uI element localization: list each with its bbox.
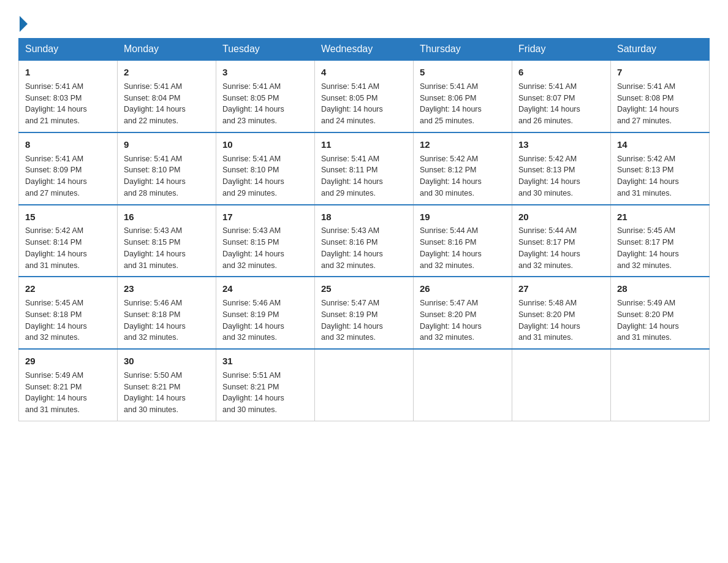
day-number: 18 bbox=[321, 210, 407, 224]
day-number: 25 bbox=[321, 282, 407, 296]
day-info: Sunrise: 5:41 AMSunset: 8:10 PMDaylight:… bbox=[222, 153, 308, 199]
calendar-cell: 25Sunrise: 5:47 AMSunset: 8:19 PMDayligh… bbox=[315, 277, 414, 349]
day-info: Sunrise: 5:41 AMSunset: 8:09 PMDaylight:… bbox=[25, 153, 111, 199]
day-info: Sunrise: 5:43 AMSunset: 8:16 PMDaylight:… bbox=[321, 225, 407, 271]
day-info: Sunrise: 5:46 AMSunset: 8:19 PMDaylight:… bbox=[222, 297, 308, 343]
day-info: Sunrise: 5:41 AMSunset: 8:03 PMDaylight:… bbox=[25, 81, 111, 127]
day-number: 3 bbox=[222, 66, 308, 79]
logo-triangle-icon bbox=[20, 16, 28, 32]
calendar-cell: 24Sunrise: 5:46 AMSunset: 8:19 PMDayligh… bbox=[216, 277, 315, 349]
calendar-header-row: SundayMondayTuesdayWednesdayThursdayFrid… bbox=[19, 39, 710, 61]
day-number: 29 bbox=[25, 354, 111, 368]
day-info: Sunrise: 5:51 AMSunset: 8:21 PMDaylight:… bbox=[222, 370, 308, 416]
day-info: Sunrise: 5:49 AMSunset: 8:20 PMDaylight:… bbox=[617, 297, 703, 343]
day-info: Sunrise: 5:41 AMSunset: 8:08 PMDaylight:… bbox=[617, 81, 703, 127]
calendar-table: SundayMondayTuesdayWednesdayThursdayFrid… bbox=[18, 38, 710, 421]
day-info: Sunrise: 5:41 AMSunset: 8:04 PMDaylight:… bbox=[124, 81, 210, 127]
day-number: 14 bbox=[617, 138, 703, 151]
calendar-cell: 11Sunrise: 5:41 AMSunset: 8:11 PMDayligh… bbox=[315, 132, 414, 205]
calendar-cell: 3Sunrise: 5:41 AMSunset: 8:05 PMDaylight… bbox=[216, 60, 315, 132]
calendar-week-row: 15Sunrise: 5:42 AMSunset: 8:14 PMDayligh… bbox=[19, 205, 710, 277]
day-info: Sunrise: 5:49 AMSunset: 8:21 PMDaylight:… bbox=[25, 370, 111, 416]
calendar-cell: 28Sunrise: 5:49 AMSunset: 8:20 PMDayligh… bbox=[611, 277, 710, 349]
day-number: 17 bbox=[222, 210, 308, 224]
calendar-cell: 30Sunrise: 5:50 AMSunset: 8:21 PMDayligh… bbox=[118, 349, 216, 421]
calendar-cell: 10Sunrise: 5:41 AMSunset: 8:10 PMDayligh… bbox=[216, 132, 315, 205]
day-info: Sunrise: 5:45 AMSunset: 8:18 PMDaylight:… bbox=[25, 297, 111, 343]
calendar-cell: 14Sunrise: 5:42 AMSunset: 8:13 PMDayligh… bbox=[611, 132, 710, 205]
col-header-friday: Friday bbox=[512, 39, 611, 61]
day-info: Sunrise: 5:41 AMSunset: 8:07 PMDaylight:… bbox=[518, 81, 604, 127]
calendar-cell: 16Sunrise: 5:43 AMSunset: 8:15 PMDayligh… bbox=[118, 205, 216, 277]
day-info: Sunrise: 5:42 AMSunset: 8:14 PMDaylight:… bbox=[25, 225, 111, 271]
day-number: 27 bbox=[518, 282, 604, 296]
day-number: 23 bbox=[124, 282, 210, 296]
calendar-cell: 21Sunrise: 5:45 AMSunset: 8:17 PMDayligh… bbox=[611, 205, 710, 277]
day-info: Sunrise: 5:46 AMSunset: 8:18 PMDaylight:… bbox=[124, 297, 210, 343]
col-header-tuesday: Tuesday bbox=[216, 39, 315, 61]
calendar-cell: 20Sunrise: 5:44 AMSunset: 8:17 PMDayligh… bbox=[512, 205, 611, 277]
calendar-week-row: 22Sunrise: 5:45 AMSunset: 8:18 PMDayligh… bbox=[19, 277, 710, 349]
day-number: 22 bbox=[25, 282, 111, 296]
day-info: Sunrise: 5:43 AMSunset: 8:15 PMDaylight:… bbox=[124, 225, 210, 271]
calendar-cell: 1Sunrise: 5:41 AMSunset: 8:03 PMDaylight… bbox=[19, 60, 118, 132]
calendar-cell: 18Sunrise: 5:43 AMSunset: 8:16 PMDayligh… bbox=[315, 205, 414, 277]
calendar-cell: 7Sunrise: 5:41 AMSunset: 8:08 PMDaylight… bbox=[611, 60, 710, 132]
day-number: 5 bbox=[420, 66, 506, 79]
calendar-cell: 12Sunrise: 5:42 AMSunset: 8:12 PMDayligh… bbox=[414, 132, 512, 205]
col-header-wednesday: Wednesday bbox=[315, 39, 414, 61]
calendar-cell: 2Sunrise: 5:41 AMSunset: 8:04 PMDaylight… bbox=[118, 60, 216, 132]
calendar-cell: 5Sunrise: 5:41 AMSunset: 8:06 PMDaylight… bbox=[414, 60, 512, 132]
day-info: Sunrise: 5:45 AMSunset: 8:17 PMDaylight:… bbox=[617, 225, 703, 271]
day-number: 12 bbox=[420, 138, 506, 151]
day-info: Sunrise: 5:41 AMSunset: 8:10 PMDaylight:… bbox=[124, 153, 210, 199]
day-info: Sunrise: 5:41 AMSunset: 8:06 PMDaylight:… bbox=[420, 81, 506, 127]
calendar-cell: 22Sunrise: 5:45 AMSunset: 8:18 PMDayligh… bbox=[19, 277, 118, 349]
calendar-cell: 31Sunrise: 5:51 AMSunset: 8:21 PMDayligh… bbox=[216, 349, 315, 421]
day-info: Sunrise: 5:41 AMSunset: 8:05 PMDaylight:… bbox=[222, 81, 308, 127]
calendar-cell: 29Sunrise: 5:49 AMSunset: 8:21 PMDayligh… bbox=[19, 349, 118, 421]
day-info: Sunrise: 5:43 AMSunset: 8:15 PMDaylight:… bbox=[222, 225, 308, 271]
day-number: 19 bbox=[420, 210, 506, 224]
day-number: 10 bbox=[222, 138, 308, 151]
day-number: 2 bbox=[124, 66, 210, 79]
calendar-week-row: 8Sunrise: 5:41 AMSunset: 8:09 PMDaylight… bbox=[19, 132, 710, 205]
calendar-cell: 9Sunrise: 5:41 AMSunset: 8:10 PMDaylight… bbox=[118, 132, 216, 205]
calendar-cell: 6Sunrise: 5:41 AMSunset: 8:07 PMDaylight… bbox=[512, 60, 611, 132]
day-info: Sunrise: 5:42 AMSunset: 8:12 PMDaylight:… bbox=[420, 153, 506, 199]
day-info: Sunrise: 5:47 AMSunset: 8:19 PMDaylight:… bbox=[321, 297, 407, 343]
day-number: 7 bbox=[617, 66, 703, 79]
col-header-thursday: Thursday bbox=[414, 39, 512, 61]
calendar-week-row: 29Sunrise: 5:49 AMSunset: 8:21 PMDayligh… bbox=[19, 349, 710, 421]
day-info: Sunrise: 5:50 AMSunset: 8:21 PMDaylight:… bbox=[124, 370, 210, 416]
day-number: 31 bbox=[222, 354, 308, 368]
day-info: Sunrise: 5:41 AMSunset: 8:05 PMDaylight:… bbox=[321, 81, 407, 127]
calendar-cell: 23Sunrise: 5:46 AMSunset: 8:18 PMDayligh… bbox=[118, 277, 216, 349]
day-number: 30 bbox=[124, 354, 210, 368]
calendar-cell bbox=[512, 349, 611, 421]
day-number: 13 bbox=[518, 138, 604, 151]
calendar-cell: 8Sunrise: 5:41 AMSunset: 8:09 PMDaylight… bbox=[19, 132, 118, 205]
calendar-cell: 26Sunrise: 5:47 AMSunset: 8:20 PMDayligh… bbox=[414, 277, 512, 349]
day-info: Sunrise: 5:42 AMSunset: 8:13 PMDaylight:… bbox=[518, 153, 604, 199]
day-number: 21 bbox=[617, 210, 703, 224]
day-number: 8 bbox=[25, 138, 111, 151]
day-number: 28 bbox=[617, 282, 703, 296]
day-number: 15 bbox=[25, 210, 111, 224]
day-info: Sunrise: 5:44 AMSunset: 8:17 PMDaylight:… bbox=[518, 225, 604, 271]
calendar-cell: 4Sunrise: 5:41 AMSunset: 8:05 PMDaylight… bbox=[315, 60, 414, 132]
calendar-cell bbox=[414, 349, 512, 421]
day-info: Sunrise: 5:41 AMSunset: 8:11 PMDaylight:… bbox=[321, 153, 407, 199]
day-info: Sunrise: 5:42 AMSunset: 8:13 PMDaylight:… bbox=[617, 153, 703, 199]
day-number: 20 bbox=[518, 210, 604, 224]
day-number: 26 bbox=[420, 282, 506, 296]
calendar-cell: 27Sunrise: 5:48 AMSunset: 8:20 PMDayligh… bbox=[512, 277, 611, 349]
day-number: 4 bbox=[321, 66, 407, 79]
calendar-cell: 15Sunrise: 5:42 AMSunset: 8:14 PMDayligh… bbox=[19, 205, 118, 277]
day-info: Sunrise: 5:44 AMSunset: 8:16 PMDaylight:… bbox=[420, 225, 506, 271]
col-header-sunday: Sunday bbox=[19, 39, 118, 61]
day-info: Sunrise: 5:48 AMSunset: 8:20 PMDaylight:… bbox=[518, 297, 604, 343]
day-number: 9 bbox=[124, 138, 210, 151]
calendar-week-row: 1Sunrise: 5:41 AMSunset: 8:03 PMDaylight… bbox=[19, 60, 710, 132]
page-header bbox=[18, 12, 710, 32]
